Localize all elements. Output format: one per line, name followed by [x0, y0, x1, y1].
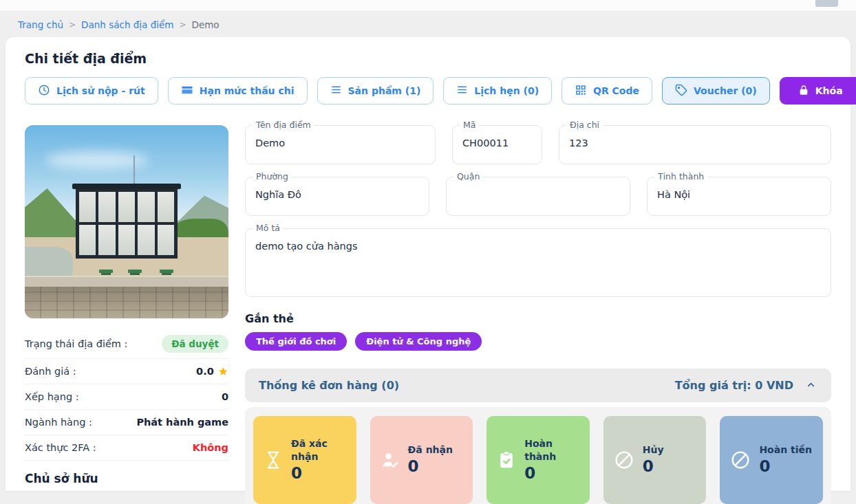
stat-card-label: Hoàn thành — [524, 437, 580, 463]
hourglass-icon — [263, 450, 283, 470]
rating-label: Đánh giá : — [25, 366, 76, 377]
field-label: Địa chỉ — [566, 120, 603, 130]
stat-card-label: Đã nhận — [408, 443, 453, 457]
button-label: Sản phẩm (1) — [348, 85, 421, 96]
appointments-button[interactable]: Lịch hẹn (0) — [443, 77, 552, 105]
breadcrumb-separator: > — [179, 20, 186, 30]
tag-electronics[interactable]: Điện tử & Công nghệ — [355, 332, 482, 351]
breadcrumb-separator: > — [69, 20, 76, 30]
location-detail-card: Chi tiết địa điểm Lịch sử nộp - rút Hạn … — [6, 37, 850, 491]
toolbar: Lịch sử nộp - rút Hạn mức thấu chi Sản p… — [25, 77, 831, 105]
field-value: 123 — [569, 138, 821, 149]
field-label: Tỉnh thành — [654, 171, 707, 182]
person-check-icon — [380, 450, 400, 470]
stat-card-label: Hoàn tiền — [759, 443, 812, 457]
deposit-withdraw-history-button[interactable]: Lịch sử nộp - rút — [25, 77, 158, 105]
field-label: Mô tả — [253, 223, 283, 233]
slash-circle-icon — [613, 449, 635, 471]
province-field[interactable]: Tỉnh thành Hà Nội — [647, 177, 831, 216]
lock-button[interactable]: Khóa — [780, 77, 856, 105]
clipboard-check-icon — [496, 450, 517, 470]
qr-code-button[interactable]: QR Code — [561, 77, 652, 105]
rating-value: 0.0 — [196, 366, 214, 377]
order-stats-header[interactable]: Thống kê đơn hàng (0) Tổng giá trị: 0 VN… — [245, 369, 831, 402]
stat-card-value: 0 — [759, 457, 812, 476]
status-badge: Đã duyệt — [162, 335, 228, 353]
breadcrumb: Trang chủ > Danh sách địa điểm > Demo — [0, 12, 856, 37]
list-icon — [456, 84, 468, 98]
left-panel: Trạng thái địa điểm : Đã duyệt Đánh giá … — [25, 125, 228, 504]
industry-value: Phát hành game — [136, 417, 228, 428]
field-label: Mã — [460, 120, 479, 130]
stat-card-value: 0 — [291, 464, 347, 483]
field-value: demo tạo cửa hàngs — [255, 241, 821, 252]
stat-card-received: Đã nhận 0 — [370, 416, 473, 504]
qr-code-icon — [575, 84, 587, 98]
breadcrumb-location-list-link[interactable]: Danh sách địa điểm — [81, 19, 173, 30]
industry-label: Ngành hàng : — [25, 417, 92, 428]
ranking-row: Xếp hạng : 0 — [25, 384, 228, 410]
clock-icon — [38, 84, 50, 98]
tags-list: Thế giới đồ chơi Điện tử & Công nghệ — [245, 332, 831, 351]
star-icon: ★ — [218, 366, 228, 377]
stat-card-value: 0 — [524, 464, 580, 483]
stat-card-value: 0 — [643, 457, 664, 476]
lock-icon — [798, 85, 809, 98]
stat-card-completed: Hoàn thành 0 — [486, 416, 590, 504]
district-field[interactable]: Quận — [446, 177, 630, 216]
address-field[interactable]: Địa chỉ 123 — [559, 125, 831, 164]
top-bar — [0, 0, 856, 12]
tag-toy-world[interactable]: Thế giới đồ chơi — [245, 332, 347, 351]
twofa-value: Không — [193, 442, 228, 453]
stat-card-refunded: Hoàn tiền 0 — [720, 416, 823, 504]
total-value-label: Tổng giá trị: 0 VND — [675, 379, 793, 392]
voucher-button[interactable]: Voucher (0) — [662, 77, 770, 105]
breadcrumb-home-link[interactable]: Trang chủ — [18, 19, 63, 30]
button-label: Hạn mức thấu chi — [200, 85, 295, 96]
breadcrumb-current-page: Demo — [191, 19, 219, 30]
button-label: Lịch sử nộp - rút — [56, 85, 145, 96]
industry-row: Ngành hàng : Phát hành game — [25, 410, 228, 435]
rating-row: Đánh giá : 0.0 ★ — [25, 359, 228, 384]
products-button[interactable]: Sản phẩm (1) — [317, 77, 434, 105]
twofa-row: Xác thực 2FA : Không — [25, 435, 228, 461]
owner-heading: Chủ sở hữu — [25, 472, 228, 485]
code-field[interactable]: Mã CH00011 — [452, 125, 542, 164]
field-value: Demo — [255, 138, 425, 149]
field-label: Quận — [453, 171, 483, 182]
button-label: Voucher (0) — [694, 85, 757, 96]
location-photo — [25, 125, 228, 318]
stat-card-confirmed: Đã xác nhận 0 — [253, 416, 356, 504]
detail-form: Tên địa điểm Demo Mã CH00011 Địa chỉ 123… — [245, 125, 831, 504]
button-label: QR Code — [593, 85, 639, 96]
button-label: Lịch hẹn (0) — [474, 85, 539, 96]
list-icon — [330, 84, 342, 98]
field-value: Hà Nội — [657, 189, 821, 201]
page-title: Chi tiết địa điểm — [25, 51, 831, 66]
button-label: Khóa — [815, 85, 843, 96]
collapse-stats-button[interactable] — [804, 378, 817, 393]
location-info-list: Trạng thái địa điểm : Đã duyệt Đánh giá … — [25, 329, 228, 461]
field-value: CH00011 — [462, 138, 532, 149]
tag-icon — [675, 84, 687, 98]
stat-card-cancelled: Hủy 0 — [603, 416, 707, 504]
ward-field[interactable]: Phường Nghĩa Đô — [245, 177, 429, 216]
description-field[interactable]: Mô tả demo tạo cửa hàngs — [245, 228, 831, 297]
ranking-value: 0 — [222, 391, 228, 402]
field-value: Nghĩa Đô — [255, 189, 419, 201]
order-stats-title: Thống kê đơn hàng (0) — [259, 379, 399, 392]
stat-card-value: 0 — [408, 457, 453, 476]
twofa-label: Xác thực 2FA : — [25, 442, 96, 453]
status-label: Trạng thái địa điểm : — [25, 338, 127, 349]
overdraft-limit-button[interactable]: Hạn mức thấu chi — [168, 77, 308, 105]
stat-card-label: Đã xác nhận — [291, 437, 347, 463]
chevron-up-icon — [806, 380, 816, 392]
field-label: Phường — [253, 171, 292, 182]
status-row: Trạng thái địa điểm : Đã duyệt — [25, 329, 228, 359]
location-name-field[interactable]: Tên địa điểm Demo — [245, 125, 436, 164]
tags-heading: Gắn thẻ — [245, 312, 831, 325]
ranking-label: Xếp hạng : — [25, 391, 79, 402]
topbar-partial-element — [815, 0, 838, 7]
field-label: Tên địa điểm — [253, 120, 314, 130]
credit-card-icon — [181, 84, 193, 98]
